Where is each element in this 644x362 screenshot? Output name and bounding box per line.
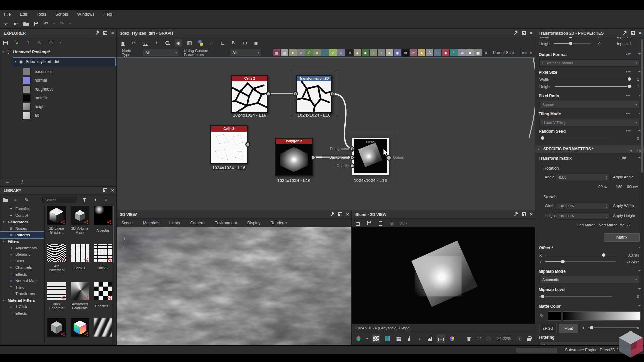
import-icon[interactable]: ↥ (24, 39, 32, 46)
library-category[interactable]: ↪Control (0, 212, 44, 219)
search-icon[interactable] (164, 39, 171, 47)
function-icon[interactable]: ~▾ (637, 245, 640, 249)
library-more-icon[interactable]: » (102, 196, 110, 204)
filter-tile[interactable]: ↗ (329, 49, 337, 56)
menu-display[interactable]: Display (247, 221, 260, 225)
filter-tile[interactable]: ◆ (362, 49, 369, 56)
close-icon[interactable]: × (639, 31, 642, 35)
display-color-icon[interactable] (437, 334, 445, 343)
library-category[interactable]: ●Blending (0, 251, 44, 258)
menu-scripts[interactable]: Scripts (51, 10, 72, 19)
edit-icon[interactable]: ✎ (23, 196, 31, 204)
node-cells-2[interactable]: Cells 2 (231, 75, 268, 113)
tiling-mode-dropdown[interactable]: H and V Tiling▾ (539, 119, 639, 126)
library-category[interactable]: ≡Channels (0, 264, 44, 271)
function-icon[interactable]: ~▾ (637, 111, 640, 115)
menu-windows[interactable]: Windows (73, 10, 98, 19)
library-thumb-stripes[interactable] (94, 318, 112, 337)
expander-icon[interactable]: ▾ (15, 60, 16, 63)
filter-tile[interactable]: × (297, 49, 305, 56)
library-thumb-alveolus[interactable] (94, 206, 112, 225)
library-thumb-checker-1[interactable] (94, 282, 112, 300)
rotate-90cw-button[interactable]: 90cw (598, 185, 607, 189)
l-channel-slider[interactable] (588, 325, 638, 330)
pixel-height-slider[interactable] (555, 84, 632, 89)
library-category[interactable]: ◍Normal Map (0, 278, 44, 284)
library-category[interactable]: *Effects (0, 271, 44, 278)
edit-button[interactable]: Edit (619, 156, 626, 160)
menu-environment[interactable]: Environment (214, 221, 237, 225)
thumbnails-scrollbar[interactable] (112, 205, 114, 345)
filter-tile[interactable]: ▲ (418, 49, 425, 56)
function-icon[interactable]: ~▾ (637, 52, 640, 56)
expose-icon[interactable]: ▸●▾ (626, 70, 630, 73)
tools-icon[interactable]: ⚙ (241, 39, 249, 47)
output-row[interactable]: basecolor (23, 67, 53, 76)
maximize-icon[interactable] (338, 212, 342, 216)
library-category[interactable]: ↪Function (0, 205, 44, 212)
apply-height-button[interactable]: Apply Height (613, 214, 635, 218)
expose-icon[interactable]: ▸●▾ (626, 129, 630, 132)
expander-icon[interactable]: ▾ (2, 50, 4, 54)
filter-tile[interactable]: ⇄ (458, 49, 466, 56)
save-button[interactable] (32, 20, 40, 27)
pin-icon[interactable] (95, 31, 100, 35)
library-category[interactable]: ▩Noises (0, 225, 44, 232)
input-port[interactable] (293, 91, 298, 96)
menu-tools[interactable]: Tools (32, 10, 50, 19)
library-thumb-advanced-gradients[interactable] (71, 282, 89, 300)
background-gradient-icon[interactable] (383, 334, 392, 343)
library-category-group[interactable]: ▾Material Filters (0, 297, 44, 304)
library-category[interactable]: □Tiling (0, 284, 44, 291)
input-height-slider[interactable] (554, 41, 591, 46)
rotate-180-button[interactable]: 180 (616, 185, 622, 189)
output-view-icon[interactable]: ◙ (252, 39, 260, 47)
filter-tile[interactable]: ● (289, 49, 297, 56)
offset-x-slider[interactable] (545, 253, 616, 257)
node-transformation-2d[interactable]: Transformation 2D (296, 75, 332, 113)
new-substance-button[interactable]: s+ (2, 20, 9, 27)
menu-lights[interactable]: Lights (169, 221, 180, 225)
filter-icon[interactable] (81, 196, 88, 204)
close-icon[interactable]: × (111, 31, 114, 35)
srgb-button[interactable]: sRGB (539, 324, 557, 333)
library-category[interactable]: ▫Transforms (0, 291, 44, 297)
apply-width-button[interactable]: Apply Width (613, 204, 634, 208)
menu-camera[interactable]: Camera (190, 221, 205, 225)
tree-view-icon[interactable]: ⊨ (4, 179, 11, 186)
menu-help[interactable]: Help (100, 10, 116, 19)
menu-scene[interactable]: Scene (121, 221, 133, 225)
expose-icon[interactable]: ▸●▾ (626, 93, 630, 97)
link-mode-icon[interactable]: ∟ (219, 39, 226, 47)
undo-dropdown[interactable]: ▾ (52, 20, 56, 27)
input-port-opacity[interactable] (350, 163, 355, 168)
stretch-height-field[interactable]: 100.00% ▴▾ (556, 212, 610, 220)
maximize-icon[interactable] (631, 31, 635, 35)
output-port[interactable] (311, 155, 316, 160)
maximize-icon[interactable] (103, 31, 107, 35)
fit-view-icon[interactable]: ▣ (465, 335, 473, 342)
new-graph-icon[interactable]: ⊕ (47, 39, 55, 46)
vert-mirror-button[interactable]: Vert Mirror (599, 223, 617, 227)
filter-tile[interactable]: ■ (466, 49, 474, 56)
align-nodes-icon[interactable]: ∷ (208, 39, 215, 47)
info-icon[interactable]: i (18, 179, 26, 186)
library-category-group[interactable]: ▾Generators (0, 219, 44, 225)
close-icon[interactable]: × (346, 212, 349, 217)
library-category[interactable]: ◌Blurs (0, 258, 44, 264)
filter-tile[interactable]: ⊞ (321, 49, 329, 56)
mipmap-level-slider[interactable] (539, 294, 612, 299)
matrix-button[interactable]: Matrix (604, 233, 640, 242)
maximize-icon[interactable] (103, 188, 107, 192)
luminance-gradient[interactable] (563, 311, 641, 321)
input-port-background[interactable] (350, 155, 355, 160)
output-port[interactable] (245, 142, 250, 147)
output-row[interactable]: metallic (23, 94, 53, 102)
preset-icon[interactable]: ❑▾ (628, 147, 632, 155)
fit-view-icon[interactable]: ▣ (119, 39, 127, 47)
actual-size-icon[interactable]: 1:1 (476, 335, 483, 342)
screenshot-icon[interactable] (142, 39, 149, 47)
channels-dropdown-icon[interactable]: ▾ (365, 335, 369, 342)
undo-button[interactable]: ↶ (42, 20, 50, 27)
library-thumb-arc-pavement[interactable] (47, 244, 66, 262)
